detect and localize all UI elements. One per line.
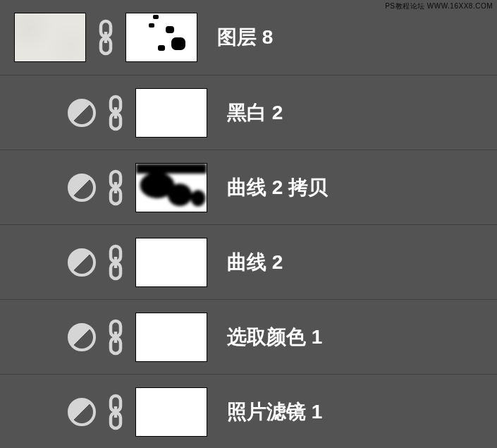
layer-mask-thumbnail[interactable]: [125, 13, 197, 62]
layer-name-label[interactable]: 图层 8: [217, 24, 273, 51]
layer-row[interactable]: 照片滤镜 1: [0, 374, 497, 448]
link-icon[interactable]: [106, 244, 125, 281]
layer-row[interactable]: 选取颜色 1: [0, 299, 497, 374]
layer-name-label[interactable]: 选取颜色 1: [227, 324, 322, 351]
layer-name-label[interactable]: 曲线 2: [227, 249, 283, 276]
layer-mask-thumbnail[interactable]: [135, 163, 207, 212]
adjustment-layer-icon[interactable]: [68, 398, 96, 426]
adjustment-layer-icon[interactable]: [68, 248, 96, 277]
adjustment-layer-icon[interactable]: [68, 174, 96, 202]
layer-mask-thumbnail[interactable]: [135, 387, 207, 437]
adjustment-layer-icon[interactable]: [68, 99, 96, 127]
link-icon[interactable]: [106, 169, 125, 206]
link-icon[interactable]: [106, 394, 125, 430]
layer-row[interactable]: 曲线 2: [0, 224, 497, 299]
link-icon[interactable]: [96, 19, 116, 56]
layer-mask-thumbnail[interactable]: [135, 313, 207, 362]
layer-name-label[interactable]: 照片滤镜 1: [227, 399, 322, 425]
adjustment-layer-icon[interactable]: [68, 323, 96, 351]
layer-mask-thumbnail[interactable]: [135, 238, 207, 287]
link-icon[interactable]: [106, 319, 125, 356]
link-icon[interactable]: [106, 95, 125, 131]
layer-thumbnail[interactable]: [14, 13, 86, 62]
layer-row[interactable]: 黑白 2: [0, 75, 497, 150]
layer-mask-thumbnail[interactable]: [135, 88, 207, 138]
layer-row[interactable]: 曲线 2 拷贝: [0, 150, 497, 224]
layers-panel: 图层 8 黑白 2 曲线 2 拷贝 曲线 2 选取颜色 1: [0, 0, 497, 448]
layer-name-label[interactable]: 黑白 2: [227, 99, 283, 126]
watermark-text: PS教程论坛 WWW.16XX8.COM: [385, 1, 493, 11]
layer-name-label[interactable]: 曲线 2 拷贝: [227, 174, 328, 201]
